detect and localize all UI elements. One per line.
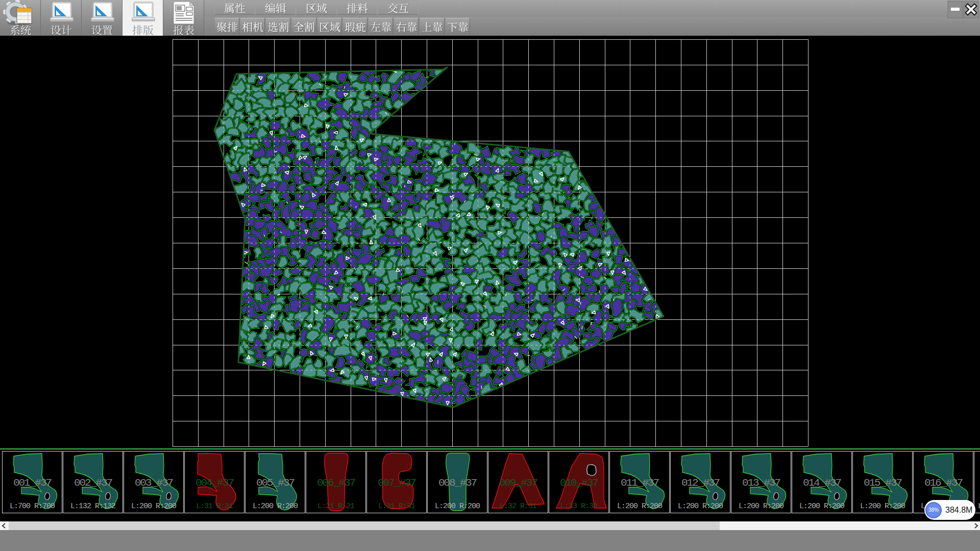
svg-text:006_#37: 006_#37: [317, 477, 355, 489]
svg-text:005_#37: 005_#37: [256, 477, 295, 489]
svg-text:L:33 R:33: L:33 R:33: [560, 502, 598, 511]
svg-text:L:2: L:2: [978, 502, 980, 511]
svg-text:016_#37: 016_#37: [924, 477, 963, 489]
svg-text:L:200 R:200: L:200 R:200: [617, 502, 663, 511]
svg-text:L:200 R:200: L:200 R:200: [799, 502, 845, 511]
svg-text:012_#37: 012_#37: [681, 477, 720, 489]
svg-text:015_#37: 015_#37: [864, 477, 902, 489]
svg-text:009_#37: 009_#37: [499, 477, 537, 489]
svg-text:L:700 R:700: L:700 R:700: [10, 502, 55, 511]
svg-text:L:200 R:200: L:200 R:200: [131, 502, 177, 511]
svg-text:L:132 R:132: L:132 R:132: [70, 502, 115, 511]
svg-text:011_#37: 011_#37: [621, 477, 659, 489]
svg-text:010_#37: 010_#37: [560, 477, 598, 489]
svg-text:007_#37: 007_#37: [378, 477, 416, 489]
svg-text:L:200 R:200: L:200 R:200: [253, 502, 298, 511]
svg-text:L:200 R:200: L:200 R:200: [678, 502, 723, 511]
svg-text:L:200 R:200: L:200 R:200: [860, 502, 905, 511]
svg-text:001_#37: 001_#37: [13, 477, 52, 489]
svg-text:008_#37: 008_#37: [438, 477, 477, 489]
svg-text:L:31 R:31: L:31 R:31: [196, 502, 233, 511]
svg-text:L:200 R:200: L:200 R:200: [435, 502, 480, 511]
svg-text:004_#37: 004_#37: [195, 477, 234, 489]
svg-text:013_#37: 013_#37: [742, 477, 780, 489]
svg-text:L:31 R:31: L:31 R:31: [378, 502, 415, 511]
svg-text:L:200 R:200: L:200 R:200: [739, 502, 784, 511]
svg-text:L:21 R:21: L:21 R:21: [317, 502, 355, 511]
svg-text:L:32 R:31: L:32 R:31: [500, 502, 537, 511]
svg-text:002_#37: 002_#37: [74, 477, 112, 489]
svg-text:014_#37: 014_#37: [803, 477, 841, 489]
svg-text:003_#37: 003_#37: [135, 477, 173, 489]
